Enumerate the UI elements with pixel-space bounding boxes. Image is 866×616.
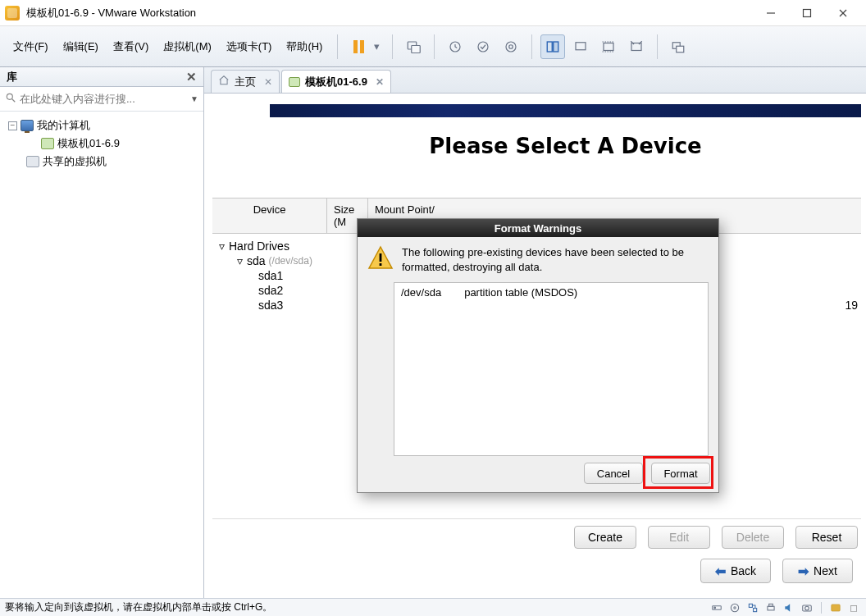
svg-point-24 [731,604,738,611]
search-dropdown-icon[interactable]: ▼ [190,94,198,103]
format-button[interactable]: Format [651,463,710,484]
tray-printer-icon[interactable] [763,601,778,614]
view-thumbnail-icon[interactable] [568,34,593,59]
row-label: Hard Drives [229,240,289,253]
svg-rect-27 [754,608,757,611]
tab-home[interactable]: 主页 ✕ [211,70,280,93]
list-item[interactable]: /dev/sda partition table (MSDOS) [401,286,701,299]
tray-hdd-icon[interactable] [709,601,724,614]
tree-my-computer[interactable]: − 我的计算机 [3,116,200,135]
tree-vm-item[interactable]: 模板机01-6.9 [3,135,200,153]
close-button[interactable] [825,1,861,25]
row-size: 19 [836,299,861,312]
menu: 文件(F) 编辑(E) 查看(V) 虚拟机(M) 选项卡(T) 帮助(H) [7,36,329,57]
tray-network-icon[interactable] [745,601,760,614]
next-label: Next [814,564,837,577]
tab-close-icon[interactable]: ✕ [264,76,272,88]
svg-rect-26 [749,604,752,607]
list-device: /dev/sda [401,286,441,299]
menubar: 文件(F) 编辑(E) 查看(V) 虚拟机(M) 选项卡(T) 帮助(H) ▾ [0,26,866,67]
tree-expand-icon[interactable]: ▿ [219,240,229,253]
window-title: 模板机01-6.9 - VMware Workstation [26,6,196,21]
fullscreen-icon[interactable] [624,34,649,59]
delete-button[interactable]: Delete [722,526,784,549]
tray-drag-icon[interactable]: ◻ [846,601,861,614]
svg-rect-10 [548,42,553,52]
tree-label: 模板机01-6.9 [57,136,120,151]
computer-icon [21,120,34,131]
format-warnings-dialog: Format Warnings The following pre-existi… [357,218,719,493]
row-hint: (/dev/sda) [269,255,312,267]
tab-strip: 主页 ✕ 模板机01-6.9 ✕ [204,67,866,94]
svg-rect-5 [412,45,421,52]
library-tree: − 我的计算机 模板机01-6.9 共享的虚拟机 [0,112,203,176]
status-tray: ◻ [709,601,861,614]
pause-dropdown[interactable]: ▾ [374,40,384,52]
tray-sound-icon[interactable] [782,601,796,614]
svg-rect-11 [554,42,558,52]
svg-line-18 [12,99,16,103]
tray-messages-icon[interactable] [828,601,843,614]
tree-expand-icon[interactable]: ▿ [237,254,247,267]
titlebar: 模板机01-6.9 - VMware Workstation [0,0,866,26]
home-icon [218,75,230,89]
col-device[interactable]: Device [212,198,327,233]
tab-close-icon[interactable]: ✕ [376,76,384,88]
reset-button[interactable]: Reset [795,526,858,549]
svg-point-31 [805,606,809,610]
tree-label: 我的计算机 [37,118,90,133]
minimize-button[interactable] [753,1,789,25]
back-button[interactable]: ⬅ Back [700,559,771,583]
sidebar-search[interactable]: ▼ [0,87,203,112]
menu-tabs[interactable]: 选项卡(T) [220,36,279,57]
send-ctrl-alt-del-icon[interactable] [401,34,426,59]
snapshot-manager-icon[interactable] [499,34,523,59]
menu-file[interactable]: 文件(F) [7,36,55,57]
vm-screen[interactable]: Please Select A Device Device Size (M Mo… [204,94,866,598]
menu-edit[interactable]: 编辑(E) [57,36,105,57]
tab-vm[interactable]: 模板机01-6.9 ✕ [281,70,391,93]
menu-vm[interactable]: 虚拟机(M) [157,36,218,57]
svg-point-9 [509,44,513,48]
snapshot-take-icon[interactable] [443,34,467,59]
view-console-icon[interactable] [540,34,565,59]
tray-cd-icon[interactable] [727,601,742,614]
search-input[interactable] [20,93,187,105]
content: 主页 ✕ 模板机01-6.9 ✕ Please Select A Device … [204,67,866,598]
installer-header-bar [270,104,861,117]
pause-button[interactable] [346,34,371,59]
tree-label: 共享的虚拟机 [43,154,107,169]
svg-rect-1 [804,9,811,16]
menu-view[interactable]: 查看(V) [107,36,155,57]
warning-icon [367,245,394,271]
cancel-button[interactable]: Cancel [584,463,643,484]
svg-rect-21 [380,263,382,266]
stretch-guest-icon[interactable] [596,34,621,59]
next-button[interactable]: ➡ Next [782,559,853,583]
svg-rect-16 [677,46,684,52]
status-text: 要将输入定向到该虚拟机，请在虚拟机内部单击或按 Ctrl+G。 [5,600,272,614]
back-label: Back [731,564,756,577]
svg-rect-28 [768,606,774,610]
dialog-device-list[interactable]: /dev/sda partition table (MSDOS) [394,282,709,456]
unity-icon[interactable] [666,34,691,59]
svg-rect-12 [576,42,586,49]
guest-desktop: Please Select A Device Device Size (M Mo… [212,99,861,593]
snapshot-revert-icon[interactable] [471,34,495,59]
tree-shared-vms[interactable]: 共享的虚拟机 [3,153,200,171]
maximize-button[interactable] [789,1,825,25]
tree-toggle-icon[interactable]: − [8,121,17,130]
menu-help[interactable]: 帮助(H) [280,36,329,57]
sidebar: 库 ✕ ▼ − 我的计算机 模板机01-6.9 共享 [0,67,204,598]
create-button[interactable]: Create [574,526,636,549]
sidebar-close-icon[interactable]: ✕ [186,70,197,84]
app-icon [5,6,20,21]
svg-point-7 [478,42,488,52]
edit-button[interactable]: Edit [648,526,710,549]
tray-camera-icon[interactable] [800,601,814,614]
main: 库 ✕ ▼ − 我的计算机 模板机01-6.9 共享 [0,67,866,598]
arrow-right-icon: ➡ [798,564,809,579]
svg-rect-20 [380,253,382,262]
sidebar-header: 库 ✕ [0,67,203,87]
tab-label: 模板机01-6.9 [305,75,367,89]
